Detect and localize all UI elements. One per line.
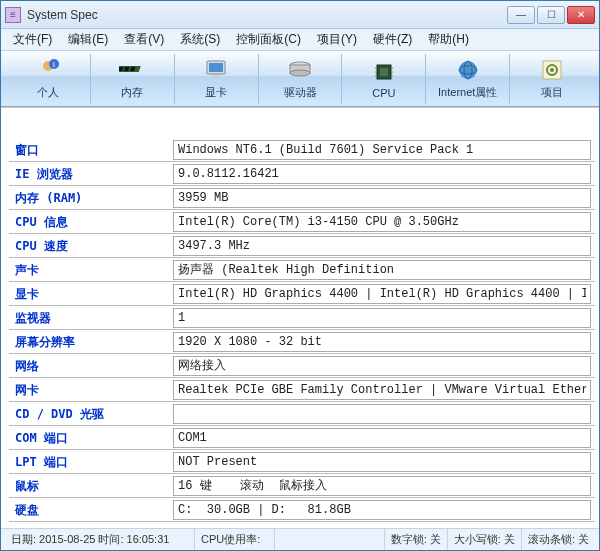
info-value-input[interactable] [173, 476, 591, 496]
info-row: 硬盘 [9, 498, 595, 522]
person-icon: i [35, 57, 61, 83]
toolbar-label: CPU [372, 87, 395, 99]
toolbar-personal[interactable]: i 个人 [7, 54, 91, 104]
status-cpu-usage: CPU使用率: [195, 529, 275, 550]
minimize-button[interactable]: — [507, 6, 535, 24]
scroll-pane[interactable]: 窗口IE 浏览器内存 (RAM)CPU 信息CPU 速度声卡显卡监视器屏幕分辨率… [1, 108, 599, 528]
info-row: COM 端口 [9, 426, 595, 450]
menu-system[interactable]: 系统(S) [174, 29, 226, 50]
app-window: ≡ System Spec — ☐ ✕ 文件(F) 编辑(E) 查看(V) 系统… [0, 0, 600, 551]
info-value-cell [169, 162, 595, 186]
info-value-cell [169, 474, 595, 498]
toolbar-cpu[interactable]: CPU [342, 54, 426, 104]
info-key: 声卡 [9, 258, 169, 282]
toolbar-memory[interactable]: 内存 [91, 54, 175, 104]
info-key: 内存 (RAM) [9, 186, 169, 210]
info-key: 监视器 [9, 306, 169, 330]
info-row: CPU 信息 [9, 210, 595, 234]
info-key: 窗口 [9, 138, 169, 162]
menu-hardware[interactable]: 硬件(Z) [367, 29, 418, 50]
info-row: 鼠标 [9, 474, 595, 498]
info-row: 监视器 [9, 306, 595, 330]
info-row: CD / DVD 光驱 [9, 402, 595, 426]
info-value-input[interactable] [173, 500, 591, 520]
info-value-input[interactable] [173, 404, 591, 424]
info-key: CPU 信息 [9, 210, 169, 234]
svg-rect-8 [209, 63, 223, 72]
info-value-cell [169, 234, 595, 258]
info-row: 网卡 [9, 378, 595, 402]
info-value-cell [169, 402, 595, 426]
info-value-cell [169, 330, 595, 354]
memory-icon [119, 57, 145, 83]
drive-icon [287, 57, 313, 83]
info-value-input[interactable] [173, 140, 591, 160]
info-value-input[interactable] [173, 308, 591, 328]
toolbar-label: 内存 [121, 85, 143, 100]
menu-help[interactable]: 帮助(H) [422, 29, 475, 50]
info-value-input[interactable] [173, 356, 591, 376]
info-key: LPT 端口 [9, 450, 169, 474]
toolbar: i 个人 内存 显卡 驱动器 CPU [1, 51, 599, 107]
toolbar-internet[interactable]: Internet属性 [426, 54, 510, 104]
info-value-input[interactable] [173, 164, 591, 184]
info-row: 声卡 [9, 258, 595, 282]
menu-edit[interactable]: 编辑(E) [62, 29, 114, 50]
content-area: 窗口IE 浏览器内存 (RAM)CPU 信息CPU 速度声卡显卡监视器屏幕分辨率… [1, 107, 599, 528]
svg-point-26 [550, 68, 554, 72]
toolbar-project[interactable]: 项目 [510, 54, 593, 104]
maximize-button[interactable]: ☐ [537, 6, 565, 24]
info-key: 屏幕分辨率 [9, 330, 169, 354]
info-value-cell [169, 306, 595, 330]
toolbar-drives[interactable]: 驱动器 [259, 54, 343, 104]
info-value-cell [169, 450, 595, 474]
toolbar-label: 个人 [37, 85, 59, 100]
info-value-input[interactable] [173, 188, 591, 208]
info-value-cell [169, 282, 595, 306]
info-row: 内存 (RAM) [9, 186, 595, 210]
menu-view[interactable]: 查看(V) [118, 29, 170, 50]
info-key: CPU 速度 [9, 234, 169, 258]
svg-rect-9 [213, 75, 219, 79]
menu-project[interactable]: 项目(Y) [311, 29, 363, 50]
info-value-cell [169, 354, 595, 378]
info-key: CD / DVD 光驱 [9, 402, 169, 426]
window-title: System Spec [27, 8, 507, 22]
info-value-input[interactable] [173, 452, 591, 472]
status-scrolllock: 滚动条锁: 关 [522, 529, 595, 550]
info-value-input[interactable] [173, 380, 591, 400]
menubar: 文件(F) 编辑(E) 查看(V) 系统(S) 控制面板(C) 项目(Y) 硬件… [1, 29, 599, 51]
menu-control-panel[interactable]: 控制面板(C) [230, 29, 307, 50]
spacer [9, 114, 595, 138]
info-value-input[interactable] [173, 428, 591, 448]
close-button[interactable]: ✕ [567, 6, 595, 24]
info-value-cell [169, 186, 595, 210]
info-value-input[interactable] [173, 332, 591, 352]
info-value-input[interactable] [173, 284, 591, 304]
info-value-cell [169, 210, 595, 234]
info-key: 网络 [9, 354, 169, 378]
toolbar-label: 驱动器 [284, 85, 317, 100]
info-row: 屏幕分辨率 [9, 330, 595, 354]
app-icon: ≡ [5, 7, 21, 23]
toolbar-graphics[interactable]: 显卡 [175, 54, 259, 104]
info-key: 硬盘 [9, 498, 169, 522]
cpu-icon [371, 59, 397, 85]
info-value-cell [169, 138, 595, 162]
toolbar-label: 项目 [541, 85, 563, 100]
info-value-input[interactable] [173, 236, 591, 256]
svg-rect-14 [380, 68, 388, 76]
info-row: 显卡 [9, 282, 595, 306]
menu-file[interactable]: 文件(F) [7, 29, 58, 50]
monitor-icon [203, 57, 229, 83]
titlebar[interactable]: ≡ System Spec — ☐ ✕ [1, 1, 599, 29]
info-value-input[interactable] [173, 260, 591, 280]
window-controls: — ☐ ✕ [507, 6, 595, 24]
info-row: 网络 [9, 354, 595, 378]
svg-point-21 [459, 61, 477, 79]
globe-icon [455, 57, 481, 83]
toolbar-label: Internet属性 [438, 85, 497, 100]
info-row: LPT 端口 [9, 450, 595, 474]
info-key: COM 端口 [9, 426, 169, 450]
info-value-input[interactable] [173, 212, 591, 232]
